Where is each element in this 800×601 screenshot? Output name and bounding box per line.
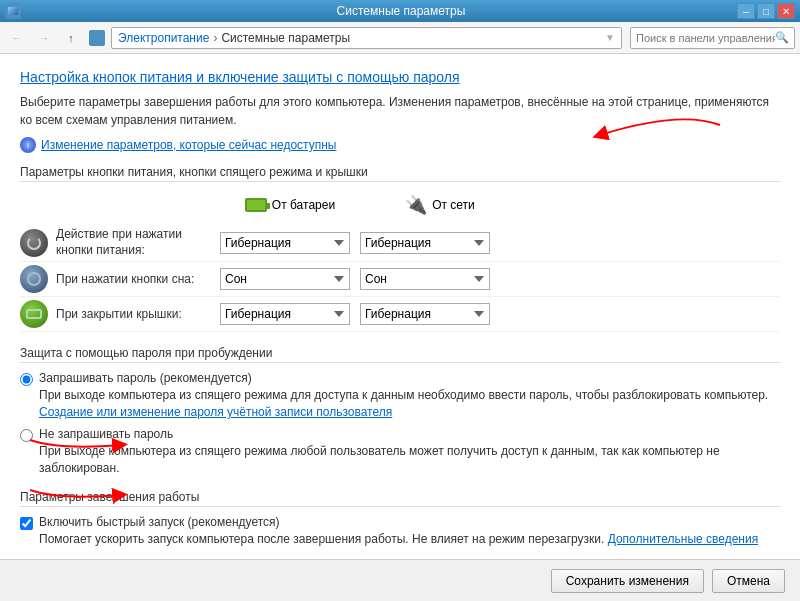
no-password-desc: При выходе компьютера из спящего режима …: [39, 443, 780, 477]
power-button-label: Действие при нажатии кнопки питания:: [56, 227, 220, 258]
fast-startup-label: Включить быстрый запуск (рекомендуется): [39, 515, 758, 529]
lid-close-row: При закрытии крышки: Гибернация Сон Заве…: [20, 297, 780, 332]
create-password-link[interactable]: Создание или изменение пароля учётной за…: [39, 405, 392, 419]
window-title: Системные параметры: [65, 4, 737, 18]
main-content: Настройка кнопок питания и включение защ…: [0, 54, 800, 559]
unavailable-link[interactable]: Изменение параметров, которые сейчас нед…: [41, 138, 337, 152]
power-button-icon: [20, 229, 48, 257]
lid-close-label: При закрытии крышки:: [56, 307, 182, 321]
sleep-button-label: При нажатии кнопки сна:: [56, 272, 194, 286]
lid-power-select[interactable]: Гибернация Сон Завершение работы Ничего …: [360, 303, 490, 325]
info-icon: i: [20, 137, 36, 153]
sleep-button-icon: [20, 265, 48, 293]
lid-battery-select[interactable]: Гибернация Сон Завершение работы Ничего …: [220, 303, 350, 325]
lid-close-icon: [20, 300, 48, 328]
no-password-label: Не запрашивать пароль: [39, 427, 780, 441]
maximize-button[interactable]: □: [757, 3, 775, 19]
battery-icon: [245, 198, 267, 212]
minimize-button[interactable]: –: [737, 3, 755, 19]
navbar: ← → ↑ Электропитание › Системные парамет…: [0, 22, 800, 54]
cancel-button[interactable]: Отмена: [712, 569, 785, 593]
up-button[interactable]: ↑: [59, 27, 83, 49]
breadcrumb-current: Системные параметры: [221, 31, 350, 45]
power-button-power-select[interactable]: Гибернация Сон Завершение работы Ничего …: [360, 232, 490, 254]
password-section-header: Защита с помощью пароля при пробуждении: [20, 346, 780, 363]
ask-password-radio[interactable]: [20, 373, 33, 386]
breadcrumb-bar: Электропитание › Системные параметры ▼: [111, 27, 622, 49]
sleep-button-power-select[interactable]: Сон Гибернация Ничего не делать: [360, 268, 490, 290]
power-buttons-section-header: Параметры кнопки питания, кнопки спящего…: [20, 165, 780, 182]
ask-password-row: Запрашивать пароль (рекомендуется) При в…: [20, 371, 780, 421]
no-password-row: Не запрашивать пароль При выходе компьют…: [20, 427, 780, 477]
sleep-button-row: При нажатии кнопки сна: Сон Гибернация Н…: [20, 262, 780, 297]
breadcrumb-separator: ›: [213, 31, 217, 45]
details-link[interactable]: Дополнительные сведения: [608, 532, 758, 546]
bottom-bar: Сохранить изменения Отмена: [0, 559, 800, 601]
breadcrumb-link-power[interactable]: Электропитание: [118, 31, 209, 45]
close-button[interactable]: ✕: [777, 3, 795, 19]
search-icon: 🔍: [775, 31, 789, 44]
page-title: Настройка кнопок питания и включение защ…: [20, 69, 780, 85]
fast-startup-checkbox[interactable]: [20, 517, 33, 530]
no-password-radio[interactable]: [20, 429, 33, 442]
save-button[interactable]: Сохранить изменения: [551, 569, 704, 593]
fast-startup-row: Включить быстрый запуск (рекомендуется) …: [20, 515, 780, 548]
power-button-row: Действие при нажатии кнопки питания: Гиб…: [20, 224, 780, 262]
sleep-button-battery-select[interactable]: Сон Гибернация Ничего не делать: [220, 268, 350, 290]
plug-icon: 🔌: [405, 194, 427, 216]
search-input[interactable]: [636, 32, 775, 44]
description-text: Выберите параметры завершения работы для…: [20, 93, 780, 129]
ask-password-label: Запрашивать пароль (рекомендуется): [39, 371, 780, 385]
back-button[interactable]: ←: [5, 27, 29, 49]
titlebar: Системные параметры – □ ✕: [0, 0, 800, 22]
fast-startup-desc: Помогает ускорить запуск компьютера посл…: [39, 531, 758, 548]
shutdown-section-header: Параметры завершения работы: [20, 490, 780, 507]
power-button-battery-select[interactable]: Гибернация Сон Завершение работы Ничего …: [220, 232, 350, 254]
forward-button[interactable]: →: [32, 27, 56, 49]
column-battery-header: От батареи: [220, 194, 360, 216]
column-power-header: 🔌 От сети: [370, 194, 510, 216]
ask-password-desc: При выходе компьютера из спящего режима …: [39, 387, 780, 421]
